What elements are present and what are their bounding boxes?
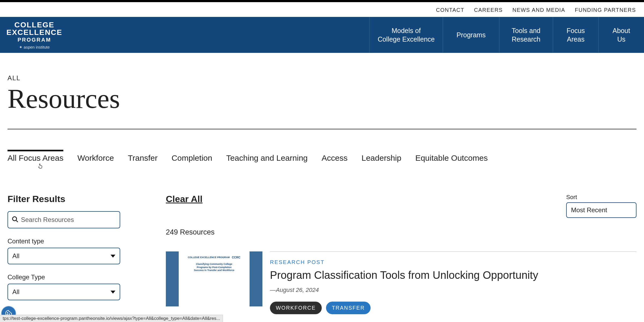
tab-equitable-outcomes[interactable]: Equitable Outcomes	[415, 150, 488, 163]
utility-link-careers[interactable]: CAREERS	[474, 7, 503, 13]
nav-models[interactable]: Models of College Excellence	[369, 17, 443, 53]
college-type-label: College Type	[8, 273, 120, 281]
tab-completion[interactable]: Completion	[171, 150, 212, 163]
tag-transfer[interactable]: TRANSFER	[326, 302, 371, 314]
main-nav: COLLEGE EXCELLENCE PROGRAM ✦ aspen insti…	[0, 17, 644, 53]
tab-access[interactable]: Access	[322, 150, 348, 163]
logo-line: PROGRAM	[6, 36, 62, 43]
tab-label: All Focus Areas	[8, 153, 63, 162]
result-date: —August 26, 2024	[270, 287, 636, 294]
thumb-text: Classifying Community College	[196, 263, 232, 266]
svg-line-1	[16, 221, 18, 222]
select-value: All	[12, 252, 20, 260]
search-icon	[11, 215, 19, 224]
chevron-down-icon	[111, 291, 115, 294]
svg-point-4	[9, 314, 10, 314]
clear-all-button[interactable]: Clear All	[166, 194, 203, 204]
browser-status-bar: tps://test-college-excellence-program.pa…	[0, 315, 223, 322]
thumb-brand: COLLEGE EXCELLENCE PROGRAM	[188, 256, 230, 259]
chevron-down-icon	[111, 255, 115, 258]
sort-select[interactable]: Most Recent	[566, 202, 636, 218]
select-value: All	[12, 288, 20, 296]
site-logo[interactable]: COLLEGE EXCELLENCE PROGRAM ✦ aspen insti…	[0, 17, 67, 53]
result-thumbnail: COLLEGE EXCELLENCE PROGRAM CCRC Classify…	[166, 251, 262, 306]
result-tags: WORKFORCE TRANSFER	[270, 302, 636, 314]
tab-leadership[interactable]: Leadership	[361, 150, 401, 163]
results-count: 249 Resources	[166, 228, 636, 236]
nav-programs[interactable]: Programs	[443, 17, 499, 53]
logo-line: COLLEGE	[6, 21, 62, 29]
sort-label: Sort	[566, 194, 577, 201]
search-input[interactable]	[21, 216, 116, 224]
logo-subtitle: ✦ aspen institute	[6, 45, 62, 50]
tab-teaching-learning[interactable]: Teaching and Learning	[226, 150, 308, 163]
cursor-hand-icon	[38, 163, 42, 170]
window-top-strip	[0, 0, 644, 2]
divider	[8, 129, 636, 129]
tag-workforce[interactable]: WORKFORCE	[270, 302, 322, 314]
utility-link-funding[interactable]: FUNDING PARTNERS	[575, 7, 636, 13]
svg-point-0	[13, 217, 17, 221]
logo-line: EXCELLENCE	[6, 29, 62, 36]
filters-heading: Filter Results	[8, 194, 120, 204]
nav-about-us[interactable]: About Us	[598, 17, 644, 53]
nav-focus-areas[interactable]: Focus Areas	[553, 17, 598, 53]
content-type-select[interactable]: All	[8, 248, 120, 264]
utility-link-contact[interactable]: CONTACT	[436, 7, 464, 13]
thumb-text: Success in Transfer and Workforce	[194, 269, 234, 272]
page-eyebrow: ALL	[8, 74, 636, 82]
utility-nav: CONTACT CAREERS NEWS AND MEDIA FUNDING P…	[0, 2, 644, 17]
tab-transfer[interactable]: Transfer	[128, 150, 158, 163]
thumb-brand: CCRC	[232, 256, 240, 259]
nav-tools-research[interactable]: Tools and Research	[499, 17, 553, 53]
content-type-label: Content type	[8, 237, 120, 245]
focus-area-tabs: All Focus Areas Workforce Transfer Compl…	[8, 150, 636, 163]
tab-all-focus-areas[interactable]: All Focus Areas	[8, 150, 63, 163]
utility-link-news[interactable]: NEWS AND MEDIA	[513, 7, 565, 13]
filters-sidebar: Filter Results Content type All College …	[8, 194, 120, 322]
result-card[interactable]: COLLEGE EXCELLENCE PROGRAM CCRC Classify…	[166, 251, 636, 314]
result-kicker: RESEARCH POST	[270, 259, 636, 265]
page-title: Resources	[8, 83, 636, 114]
college-type-select[interactable]: All	[8, 284, 120, 300]
search-input-wrap[interactable]	[8, 211, 120, 228]
result-title: Program Classification Tools from Unlock…	[270, 269, 636, 281]
svg-point-2	[7, 312, 8, 313]
tab-workforce[interactable]: Workforce	[77, 150, 114, 163]
results-area: Clear All Sort Most Recent 249 Resources	[166, 194, 636, 322]
select-value: Most Recent	[571, 206, 607, 214]
thumb-text: Programs by Post-Completion	[197, 266, 232, 269]
